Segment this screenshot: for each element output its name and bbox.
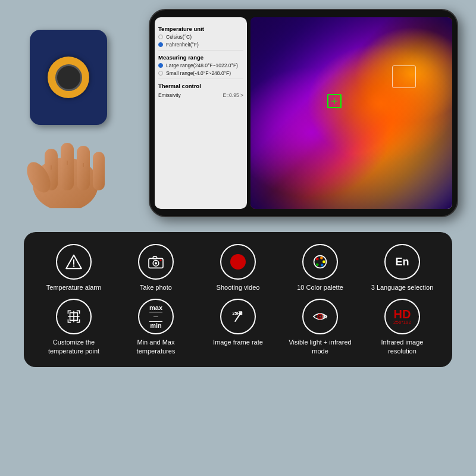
fahrenheit-option[interactable]: Fahrenheit(°F) xyxy=(158,42,243,48)
visible-ir-icon-circle: IR xyxy=(302,299,338,334)
temperature-alarm-icon-circle xyxy=(56,244,92,280)
camera-icon xyxy=(146,252,165,271)
visible-ir-label: Visible light + infrared mode xyxy=(284,338,356,355)
feature-color-palette: 10 Color palette xyxy=(284,244,356,292)
feature-shooting-video: Shooting video xyxy=(202,244,274,292)
thermal-overlay xyxy=(250,17,452,209)
color-palette-label: 10 Color palette xyxy=(297,283,343,292)
divider-1 xyxy=(158,50,243,51)
settings-panel: Temperature unit Celsius(°C) Fahrenheit(… xyxy=(155,17,247,209)
min-max-label: Min and Max temperatures xyxy=(120,338,192,355)
svg-rect-2 xyxy=(61,143,74,190)
shooting-video-icon-circle xyxy=(220,244,256,280)
svg-rect-4 xyxy=(93,152,105,190)
frame-rate-label: Image frame rate xyxy=(213,338,263,346)
svg-point-14 xyxy=(155,262,157,264)
phone-container: Temperature unit Celsius(°C) Fahrenheit(… xyxy=(149,9,458,217)
celsius-option[interactable]: Celsius(°C) xyxy=(158,34,243,40)
feature-visible-ir: IR Visible light + infrared mode xyxy=(284,299,356,355)
emissivity-label: Emissivity xyxy=(158,92,181,98)
svg-point-11 xyxy=(73,265,74,267)
feature-min-max: max ─ min Min and Max temperatures xyxy=(120,299,192,355)
feature-resolution: HD 256*192 Infrared image resolution xyxy=(367,299,438,355)
emissivity-row[interactable]: Emissivity E=0.95 > xyxy=(158,91,243,99)
fahrenheit-radio[interactable] xyxy=(158,42,163,47)
phone-body: Temperature unit Celsius(°C) Fahrenheit(… xyxy=(149,9,458,217)
feature-frame-rate: 25Hz Image frame rate xyxy=(202,299,274,346)
divider-2 xyxy=(158,79,243,79)
svg-point-22 xyxy=(321,264,324,267)
warning-icon xyxy=(64,252,83,271)
features-row-2: Customize the temperature point max ─ mi… xyxy=(33,299,443,355)
frame-rate-icon-circle: 25Hz xyxy=(220,299,256,334)
temp-unit-title: Temperature unit xyxy=(158,26,243,32)
record-icon xyxy=(230,254,246,270)
fahrenheit-label: Fahrenheit(°F) xyxy=(166,42,199,48)
celsius-label: Celsius(°C) xyxy=(166,34,192,40)
thermal-image xyxy=(250,17,452,209)
thermal-device xyxy=(12,18,131,208)
temp-point-label: Customize the temperature point xyxy=(38,338,109,355)
measuring-range-title: Measuring range xyxy=(158,54,243,61)
target-box xyxy=(392,65,416,88)
large-range-option[interactable]: Large range(248.0°F~1022.0°F) xyxy=(158,62,243,68)
emissivity-value: E=0.95 > xyxy=(223,92,243,98)
language-icon: En xyxy=(395,256,409,267)
svg-point-21 xyxy=(316,263,319,266)
maxmin-icon: max ─ min xyxy=(149,304,162,330)
features-row-1: Temperature alarm Take photo Shooting vi… xyxy=(33,244,443,292)
feature-language-selection: En 3 Language selection xyxy=(367,244,438,292)
ir-icon: IR xyxy=(311,307,330,326)
crosshair-marker xyxy=(327,94,342,108)
features-panel: Temperature alarm Take photo Shooting vi… xyxy=(24,232,452,367)
svg-point-16 xyxy=(159,259,161,261)
feature-temp-point: Customize the temperature point xyxy=(38,299,109,355)
resolution-label: Infrared image resolution xyxy=(367,338,438,355)
hd-icon: HD 256*192 xyxy=(393,308,411,325)
device-lens-inner xyxy=(55,64,82,91)
celsius-radio[interactable] xyxy=(158,35,163,39)
take-photo-label: Take photo xyxy=(140,283,172,292)
language-selection-label: 3 Language selection xyxy=(371,283,434,292)
svg-point-19 xyxy=(320,256,323,259)
small-range-option[interactable]: Small range(-4.0°F~248.0°F) xyxy=(158,70,243,76)
crosshair-plus-icon xyxy=(64,307,83,326)
feature-temperature-alarm: Temperature alarm xyxy=(38,244,109,292)
temperature-alarm-label: Temperature alarm xyxy=(46,283,101,292)
color-palette-icon-circle xyxy=(302,244,338,280)
language-selection-icon-circle: En xyxy=(384,244,420,280)
hand-illustration xyxy=(12,89,131,208)
thermal-control-title: Thermal control xyxy=(158,83,243,89)
palette-icon xyxy=(311,252,330,271)
resolution-icon-circle: HD 256*192 xyxy=(384,299,420,334)
svg-point-20 xyxy=(322,261,325,264)
svg-text:IR: IR xyxy=(322,314,327,320)
svg-rect-15 xyxy=(153,256,156,259)
svg-point-18 xyxy=(316,258,319,261)
svg-point-29 xyxy=(319,316,321,318)
svg-rect-3 xyxy=(77,146,90,190)
temp-point-icon-circle xyxy=(56,299,92,334)
frame-rate-icon: 25Hz xyxy=(228,307,248,326)
take-photo-icon-circle xyxy=(138,244,174,280)
feature-take-photo: Take photo xyxy=(120,244,192,292)
large-range-radio[interactable] xyxy=(158,63,163,68)
shooting-video-label: Shooting video xyxy=(217,283,260,292)
large-range-label: Large range(248.0°F~1022.0°F) xyxy=(166,62,238,68)
small-range-label: Small range(-4.0°F~248.0°F) xyxy=(166,70,231,76)
min-max-icon-circle: max ─ min xyxy=(138,299,174,334)
small-range-radio[interactable] xyxy=(158,71,163,76)
top-section: Temperature unit Celsius(°C) Fahrenheit(… xyxy=(0,0,476,226)
